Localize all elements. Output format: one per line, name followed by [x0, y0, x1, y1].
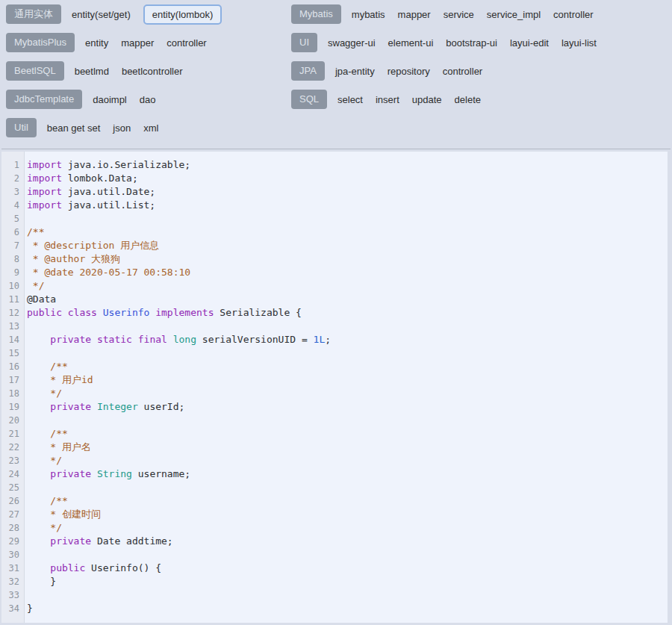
- code-line: 19 private Integer userId;: [1, 400, 668, 414]
- code-text: /**: [24, 427, 68, 441]
- line-number: 14: [1, 333, 24, 346]
- tab-insert[interactable]: insert: [376, 94, 399, 105]
- code-line: 6/**: [1, 226, 668, 239]
- line-number: 6: [1, 226, 24, 239]
- code-text: private Integer userId;: [24, 400, 184, 414]
- template-toolbar: 通用实体entity(set/get)entity(lombok)Mybatis…: [0, 0, 672, 146]
- code-line: 17 * 用户id: [1, 373, 668, 387]
- code-panel[interactable]: 1import java.io.Serializable;2import lom…: [1, 152, 668, 623]
- code-line: 23 */: [1, 454, 668, 467]
- code-line: 29 private Date addtime;: [1, 535, 668, 548]
- tab-service-impl[interactable]: service_impl: [487, 9, 541, 20]
- line-number: 32: [1, 575, 24, 588]
- group-label-jpa: JPA: [291, 61, 325, 81]
- code-line: 8 * @author 大狼狗: [1, 252, 668, 266]
- tab-entity-set-get[interactable]: entity(set/get): [72, 9, 131, 20]
- tab-swagger-ui[interactable]: swagger-ui: [328, 37, 376, 49]
- code-text: private String username;: [24, 467, 190, 481]
- code-line: 2import lombok.Data;: [1, 172, 668, 185]
- tab-mybatis[interactable]: mybatis: [352, 9, 385, 20]
- line-number: 29: [1, 535, 24, 548]
- tab-service[interactable]: service: [444, 9, 474, 20]
- line-number: 28: [1, 521, 24, 535]
- group-label-sql: SQL: [291, 90, 327, 109]
- tab-controller[interactable]: controller: [443, 66, 482, 77]
- code-line: 3import java.util.Date;: [1, 185, 668, 199]
- tab-bean-get-set[interactable]: bean get set: [47, 122, 101, 134]
- tab-delete[interactable]: delete: [455, 94, 481, 105]
- tab-xml[interactable]: xml: [143, 122, 158, 134]
- tab-controller[interactable]: controller: [553, 9, 593, 20]
- toolbar-group-common-entity: 通用实体entity(set/get)entity(lombok): [6, 4, 291, 24]
- code-line: 10 */: [1, 279, 668, 293]
- code-text: [24, 320, 27, 333]
- group-label-util: Util: [6, 118, 37, 137]
- tab-bootstrap-ui[interactable]: bootstrap-ui: [446, 37, 497, 49]
- code-line: 15: [1, 346, 668, 360]
- line-number: 3: [1, 185, 24, 199]
- tab-entity[interactable]: entity: [85, 37, 108, 49]
- code-line: 28 */: [1, 521, 668, 535]
- toolbar-group-beetlsql: BeetlSQLbeetlmdbeetlcontroller: [6, 61, 291, 81]
- code-line: 5: [1, 212, 668, 226]
- code-line: 33: [1, 588, 668, 602]
- toolbar-group-sql: SQLselectinsertupdatedelete: [291, 90, 666, 109]
- tab-jpa-entity[interactable]: jpa-entity: [335, 66, 375, 77]
- tab-layui-list[interactable]: layui-list: [561, 37, 597, 49]
- code-text: * @description 用户信息: [24, 239, 159, 252]
- tab-mapper[interactable]: mapper: [121, 37, 154, 49]
- line-number: 25: [1, 481, 24, 494]
- toolbar-right-column: Mybatismybatismapperserviceservice_implc…: [291, 4, 666, 146]
- code-line: 18 */: [1, 387, 668, 400]
- line-number: 19: [1, 400, 24, 414]
- line-number: 22: [1, 441, 24, 454]
- code-line: 21 /**: [1, 427, 668, 441]
- tab-select[interactable]: select: [337, 94, 363, 105]
- group-label-ui: UI: [291, 33, 317, 52]
- code-text: */: [24, 279, 44, 293]
- code-line: 26 /**: [1, 494, 668, 508]
- code-line: 4import java.util.List;: [1, 199, 668, 212]
- tab-layui-edit[interactable]: layui-edit: [510, 37, 549, 49]
- code-text: import java.io.Serializable;: [24, 158, 190, 172]
- code-text: */: [24, 454, 62, 467]
- line-number: 34: [1, 602, 24, 615]
- line-number: 8: [1, 252, 24, 266]
- line-number: 23: [1, 454, 24, 467]
- code-line: 11@Data: [1, 293, 668, 306]
- line-number: 5: [1, 212, 24, 226]
- group-label-mybatis: Mybatis: [291, 4, 341, 24]
- code-text: private static final long serialVersionU…: [24, 333, 331, 346]
- group-label-common-entity: 通用实体: [6, 4, 61, 24]
- code-line: 22 * 用户名: [1, 441, 668, 454]
- code-text: @Data: [24, 293, 56, 306]
- code-text: [24, 346, 27, 360]
- code-line: 31 public Userinfo() {: [1, 562, 668, 575]
- code-text: }: [24, 575, 56, 588]
- code-text: */: [24, 387, 62, 400]
- code-text: [24, 414, 27, 427]
- tab-controller[interactable]: controller: [167, 37, 206, 49]
- tab-daoimpl[interactable]: daoimpl: [93, 94, 127, 105]
- toolbar-group-util: Utilbean get setjsonxml: [6, 118, 291, 137]
- tab-entity-lombok[interactable]: entity(lombok): [143, 4, 223, 25]
- code-text: * @author 大狼狗: [24, 252, 120, 266]
- line-number: 20: [1, 414, 24, 427]
- tab-mapper[interactable]: mapper: [398, 9, 431, 20]
- tab-beetlcontroller[interactable]: beetlcontroller: [122, 66, 183, 77]
- line-number: 9: [1, 266, 24, 279]
- tab-repository[interactable]: repository: [388, 66, 430, 77]
- line-number: 4: [1, 199, 24, 212]
- code-line: 24 private String username;: [1, 467, 668, 481]
- line-number: 10: [1, 279, 24, 293]
- toolbar-left-column: 通用实体entity(set/get)entity(lombok)Mybatis…: [6, 4, 291, 146]
- code-text: [24, 548, 27, 562]
- code-line: 32 }: [1, 575, 668, 588]
- tab-json[interactable]: json: [113, 122, 131, 134]
- tab-beetlmd[interactable]: beetlmd: [75, 66, 109, 77]
- tab-update[interactable]: update: [412, 94, 442, 105]
- line-number: 1: [1, 158, 24, 172]
- tab-element-ui[interactable]: element-ui: [388, 37, 434, 49]
- code-text: * 用户id: [24, 373, 93, 387]
- tab-dao[interactable]: dao: [140, 94, 156, 105]
